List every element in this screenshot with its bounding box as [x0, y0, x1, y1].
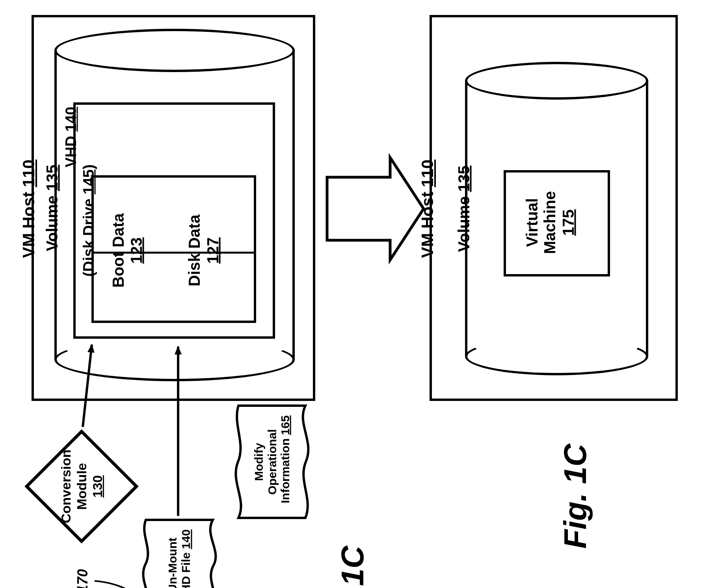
ref-170-label: 170	[74, 557, 91, 588]
diagram-canvas: VM Host 110 Volume 135 VHD 140 (Disk Dri…	[0, 0, 705, 588]
msg-unmount-label: Un-Mount VHD File 140	[138, 552, 221, 578]
volume-cylinder-top-cap	[54, 29, 295, 72]
volume-cylinder-bottom-cap	[465, 62, 648, 100]
vhd-label-prefix: VHD	[63, 132, 79, 167]
volume-label-top: Volume 135	[43, 153, 61, 263]
msg-unmount-line2-number: 140	[179, 529, 192, 549]
disk-data-number: 127	[204, 227, 222, 274]
disk-data-label: Disk Data	[186, 199, 203, 302]
conversion-number: 130	[89, 439, 105, 534]
msg-unmount-line2-prefix: VHD File	[179, 549, 192, 588]
volume-cylinder-top-bottom	[54, 338, 295, 381]
vm-host-label-top-number: 110	[19, 160, 38, 187]
volume-cylinder-bottom-bottom	[465, 338, 648, 375]
vm-number: 175	[560, 199, 577, 246]
conversion-line1: Conversion	[58, 439, 74, 534]
vhd-label-line1: VHD 140	[63, 94, 80, 180]
volume-label-bottom-number: 135	[455, 165, 472, 192]
vhd-diskdrive-suffix: )	[80, 164, 97, 169]
vm-host-label-bottom: VM Host 110	[418, 150, 437, 268]
msg-modify-line3-number: 165	[279, 415, 292, 435]
conversion-module-label: Conversion Module 130	[34, 463, 129, 510]
vm-label-line2: Machine	[541, 183, 559, 262]
transition-arrow	[327, 158, 424, 260]
vm-label-line1: Virtual	[523, 183, 541, 262]
figure-caption-text: Fig. 1C	[335, 546, 370, 588]
msg-modify-operational: Modify Operational Information 165	[231, 404, 313, 520]
volume-label-bottom: Volume 135	[455, 154, 473, 264]
msg-unmount-vhd: Un-Mount VHD File 140	[138, 518, 221, 588]
msg-modify-line3-prefix: Information	[279, 435, 292, 503]
volume-label-bottom-prefix: Volume	[455, 192, 472, 252]
conversion-line2: Module	[74, 439, 89, 534]
figure-caption-fixed: Fig. 1C	[557, 417, 593, 575]
msg-modify-line1: Modify	[252, 421, 266, 503]
volume-label-top-prefix: Volume	[43, 191, 61, 251]
msg-modify-label: Modify Operational Information 165	[231, 442, 313, 482]
vhd-label-number: 140	[63, 107, 79, 132]
volume-label-top-number: 135	[43, 165, 61, 191]
msg-unmount-line1: Un-Mount	[166, 524, 179, 588]
vm-host-label-bottom-prefix: VM Host	[418, 187, 437, 258]
conversion-module-diamond: Conversion Module 130	[24, 429, 139, 543]
boot-data-label: Boot Data	[110, 199, 127, 302]
vm-host-label-top-prefix: VM Host	[19, 187, 38, 258]
boot-data-number: 123	[128, 227, 145, 274]
vm-host-label-bottom-number: 110	[418, 160, 437, 187]
leader-170	[95, 581, 144, 588]
vm-host-label-top: VM Host 110	[19, 150, 38, 268]
msg-modify-line2: Operational	[265, 421, 279, 503]
